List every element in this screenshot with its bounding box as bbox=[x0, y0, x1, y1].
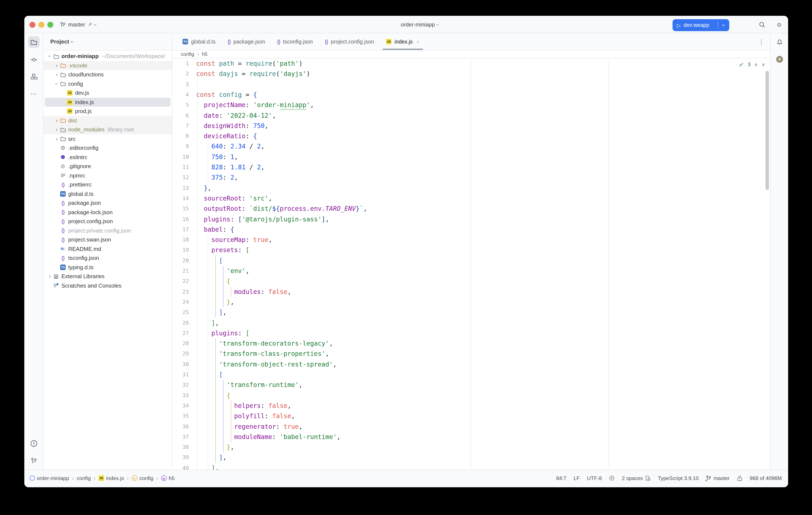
tab-project.config.json[interactable]: {}project.config.json bbox=[319, 33, 380, 50]
tree-item-src[interactable]: ›src bbox=[44, 134, 172, 143]
code-line-16[interactable]: 16 plugins: ['@tarojs/plugin-sass'], bbox=[172, 214, 770, 224]
tree-item-Scratches and Consoles[interactable]: Scratches and Consoles bbox=[44, 281, 172, 290]
code-line-20[interactable]: 20 [ bbox=[172, 255, 770, 266]
tree-item-index.js[interactable]: JSindex.js bbox=[44, 98, 172, 107]
chevron-expanded-icon[interactable]: › bbox=[54, 83, 59, 85]
run-button[interactable]: ▷ dev:weapp › bbox=[672, 19, 729, 31]
chevron-collapsed-icon[interactable]: › bbox=[56, 63, 58, 68]
tree-item-tsconfig.json[interactable]: {}tsconfig.json bbox=[44, 253, 172, 263]
status-indent-style[interactable]: 2 spaces bbox=[622, 475, 650, 481]
code-line-27[interactable]: 27 plugins: [ bbox=[172, 328, 770, 338]
settings-button[interactable]: ⚙ bbox=[775, 21, 783, 29]
code-line-1[interactable]: 1const path = require('path') bbox=[172, 58, 770, 69]
code-line-22[interactable]: 22 { bbox=[172, 276, 770, 287]
close-window-button[interactable] bbox=[29, 22, 35, 28]
code-line-33[interactable]: 33 { bbox=[172, 390, 770, 401]
tab-tsconfig.json[interactable]: {}tsconfig.json bbox=[271, 33, 319, 50]
code-line-9[interactable]: 9 640: 2.34 / 2, bbox=[172, 141, 770, 152]
code-line-28[interactable]: 28 'transform-decorators-legacy', bbox=[172, 338, 770, 349]
code-line-40[interactable]: 40 ], bbox=[172, 463, 770, 470]
tree-item-cloudfunctions[interactable]: ›cloudfunctions bbox=[44, 70, 172, 79]
tool-commit-button[interactable] bbox=[28, 54, 40, 65]
tree-item-dev.js[interactable]: JSdev.js bbox=[44, 88, 172, 98]
run-action[interactable]: ▷ dev:weapp bbox=[672, 19, 718, 31]
code-line-21[interactable]: 21 'env', bbox=[172, 266, 770, 276]
tree-item-node_modules[interactable]: ›node_moduleslibrary root bbox=[44, 125, 172, 134]
tab-package.json[interactable]: {}package.json bbox=[222, 33, 271, 50]
tree-item-.npmrc[interactable]: .npmrc bbox=[44, 171, 172, 180]
status-item[interactable]: config bbox=[77, 475, 91, 481]
code-line-31[interactable]: 31 [ bbox=[172, 370, 770, 380]
status-typescript-version[interactable]: TypeScript 3.9.10 bbox=[658, 475, 699, 481]
notifications-button[interactable] bbox=[774, 36, 785, 47]
tree-item-.prettierrc[interactable]: {}.prettierrc bbox=[44, 180, 172, 189]
zoom-window-button[interactable] bbox=[47, 22, 53, 28]
status-git-branch[interactable]: master bbox=[706, 475, 729, 481]
code-line-14[interactable]: 14 sourceRoot: 'src', bbox=[172, 193, 770, 204]
chevron-collapsed-icon[interactable]: › bbox=[56, 118, 58, 123]
tool-structure-button[interactable] bbox=[28, 71, 40, 82]
code-line-37[interactable]: 37 moduleName: 'babel-runtime', bbox=[172, 432, 770, 442]
code-line-36[interactable]: 36 regenerator: true, bbox=[172, 421, 770, 432]
code-line-5[interactable]: 5 projectName: 'order-miniapp', bbox=[172, 100, 770, 110]
tree-item-dist[interactable]: ›dist bbox=[44, 116, 172, 125]
code-line-8[interactable]: 8 deviceRatio: { bbox=[172, 131, 770, 141]
tree-item-package-lock.json[interactable]: {}package-lock.json bbox=[44, 208, 172, 217]
tool-project-button[interactable] bbox=[28, 36, 40, 48]
run-options-button[interactable]: › bbox=[718, 19, 729, 31]
code-line-32[interactable]: 32 'transform-runtime', bbox=[172, 380, 770, 390]
tree-item-External Libraries[interactable]: ›External Libraries bbox=[44, 272, 172, 281]
code-line-29[interactable]: 29 'transform-class-properties', bbox=[172, 349, 770, 359]
code-line-3[interactable]: 3 bbox=[172, 79, 770, 90]
chevron-collapsed-icon[interactable]: › bbox=[56, 136, 58, 142]
tab-options-button[interactable]: ⋮ bbox=[758, 33, 764, 50]
status-item[interactable]: ph5 bbox=[161, 475, 174, 481]
status-highlighting-level[interactable] bbox=[609, 475, 615, 481]
code-line-12[interactable]: 12 375: 2, bbox=[172, 172, 770, 183]
tree-item-project.config.json[interactable]: {}project.config.json bbox=[44, 217, 172, 226]
code-line-17[interactable]: 17 babel: { bbox=[172, 224, 770, 235]
status-memory-indicator[interactable]: 968 of 4096M bbox=[750, 475, 782, 481]
close-tab-icon[interactable]: × bbox=[416, 38, 419, 45]
minimize-window-button[interactable] bbox=[38, 22, 45, 28]
chevron-collapsed-icon[interactable]: › bbox=[56, 127, 58, 133]
tree-item-README.md[interactable]: M↓README.md bbox=[44, 244, 172, 253]
status-encoding[interactable]: UTF-8 bbox=[587, 475, 602, 481]
code-line-11[interactable]: 11 828: 1.81 / 2, bbox=[172, 162, 770, 172]
tree-item-config[interactable]: ›config bbox=[44, 79, 172, 88]
chevron-expanded-icon[interactable]: › bbox=[47, 55, 53, 57]
code-line-10[interactable]: 10 750: 1, bbox=[172, 152, 770, 162]
code-editor[interactable]: ✔✔ 3 ∧ ∨ 1const path = require('path')2c… bbox=[172, 58, 770, 470]
status-item[interactable]: vconfig bbox=[132, 475, 153, 481]
tool-problems-button[interactable] bbox=[28, 438, 40, 449]
code-line-15[interactable]: 15 outputRoot: `dist/${process.env.TARO_… bbox=[172, 204, 770, 214]
tree-item-prod.js[interactable]: JSprod.js bbox=[44, 107, 172, 116]
tab-global.d.ts[interactable]: TSglobal.d.ts bbox=[177, 33, 222, 50]
code-line-35[interactable]: 35 polyfill: false, bbox=[172, 411, 770, 421]
tree-item-.vscode[interactable]: ›.vscode bbox=[44, 61, 172, 70]
code-line-34[interactable]: 34 helpers: false, bbox=[172, 401, 770, 411]
code-line-7[interactable]: 7 designWidth: 750, bbox=[172, 121, 770, 131]
status-caret-position[interactable]: 84:7 bbox=[556, 475, 567, 481]
tree-item-.eslintrc[interactable]: ⬢.eslintrc bbox=[44, 153, 172, 162]
code-line-19[interactable]: 19 presets: [ bbox=[172, 245, 770, 255]
project-title-widget[interactable]: order-miniapp › bbox=[401, 16, 439, 33]
tree-item-project.swan.json[interactable]: {}project.swan.json bbox=[44, 235, 172, 244]
tree-item-global.d.ts[interactable]: TSglobal.d.ts bbox=[44, 189, 172, 198]
search-everywhere-button[interactable] bbox=[758, 21, 766, 29]
git-branch-widget[interactable]: master ↗ › bbox=[60, 16, 96, 33]
code-line-25[interactable]: 25 ], bbox=[172, 307, 770, 318]
plugin-tool-button[interactable]: ✕ bbox=[774, 53, 785, 65]
code-line-23[interactable]: 23 modules: false, bbox=[172, 287, 770, 297]
tree-item-order-miniapp[interactable]: ›order-miniapp~/Documents/Workspace/ bbox=[44, 52, 172, 61]
breadcrumb-item-h5[interactable]: h5 bbox=[202, 51, 207, 57]
code-line-24[interactable]: 24 }, bbox=[172, 297, 770, 307]
tool-git-button[interactable] bbox=[28, 455, 40, 466]
tree-item-package.json[interactable]: {}package.json bbox=[44, 198, 172, 208]
tree-item-.editorconfig[interactable]: ⚙.editorconfig bbox=[44, 143, 172, 153]
code-line-38[interactable]: 38 }, bbox=[172, 442, 770, 453]
breadcrumb-item-config[interactable]: config bbox=[181, 51, 194, 57]
chevron-collapsed-icon[interactable]: › bbox=[49, 274, 51, 279]
project-panel-header[interactable]: Project › bbox=[44, 33, 172, 50]
code-line-26[interactable]: 26 ], bbox=[172, 318, 770, 328]
